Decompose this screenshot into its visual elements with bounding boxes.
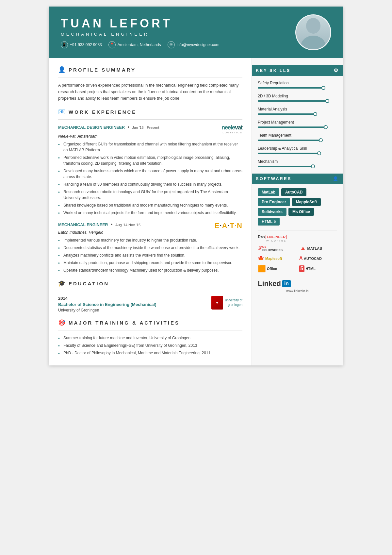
sw-name: DS SOLIDWORKS <box>262 245 283 252</box>
office-logo-item: 🟧 Office <box>258 265 296 273</box>
eaton-logo-area: E·A·T·N <box>215 222 242 230</box>
profile-icon: 👤 <box>58 66 65 73</box>
training-section-header: 🎯 MAJOR TRAINING & ACTIVITIES <box>58 319 242 326</box>
edu-school: University of Groningen <box>58 308 156 312</box>
bullet-item: Developed many business models which are… <box>58 168 242 180</box>
html5-badge: 5 <box>299 265 305 272</box>
skill-name: Material Analysis <box>258 107 337 111</box>
skill-project: Project Management <box>258 120 337 128</box>
linkedin-in-badge: in <box>282 280 291 287</box>
resume-header: TUAN LEFORT MECHANICAL ENGINEER 📱 +91-93… <box>49 7 343 58</box>
autocad-logo-item: A AUTOCAD <box>299 255 337 261</box>
header-text: TUAN LEFORT MECHANICAL ENGINEER 📱 +91-93… <box>61 17 295 48</box>
gear-icon: ⚙ <box>334 67 339 74</box>
edu-logo-area: ⚜ university ofgroningen <box>211 296 242 310</box>
autocad-text: AUTOCAD <box>304 257 322 261</box>
softwares-section-header: SOFTWARES 👤 <box>252 174 343 184</box>
sw-tag-solidworks: Solidworks <box>258 208 286 216</box>
job-2-title: MECHANICAL ENGINEER <box>58 223 108 227</box>
matlab-logo-item: 🔺 MATLAB <box>299 245 337 252</box>
skill-name: Mechanism <box>258 159 337 164</box>
uni-crest: ⚜ <box>211 296 223 310</box>
uni-name: university ofgroningen <box>225 298 242 307</box>
matlab-icon: 🔺 <box>299 245 306 252</box>
software-logos: Pro ENGINEER WILDFIRE 𝒮 DS SOLIDWORKS <box>258 230 337 273</box>
autocad-icon: A <box>299 256 303 261</box>
email-contact: ✉ info@mycvdesigner.com <box>168 41 220 48</box>
email-text: info@mycvdesigner.com <box>177 42 220 47</box>
bullet-item: Documented statistics of the machinery i… <box>58 245 242 251</box>
skill-team: Team Management <box>258 133 337 141</box>
svg-point-1 <box>301 36 326 49</box>
work-section-header: 📧 WORK EXPERIENCE <box>58 108 242 115</box>
ds-text: DS <box>262 245 283 248</box>
training-icon: 🎯 <box>58 319 65 326</box>
job-1-dates: Jan '16 - Present <box>132 126 159 129</box>
software-icon: 👤 <box>333 176 339 181</box>
skill-safety: Safety Regulation <box>258 81 337 89</box>
candidate-name: TUAN LEFORT <box>61 17 295 30</box>
bullet-item: Operate standard/modern technology Machi… <box>58 267 242 273</box>
work-icon: 📧 <box>58 108 65 115</box>
profile-summary-text: A performance driven experienced profess… <box>58 82 242 102</box>
job-2-bullets: Implemented various machinery for the in… <box>58 237 242 273</box>
pro-eng-logo-block: Pro ENGINEER WILDFIRE <box>258 234 287 242</box>
matlab-text: MATLAB <box>307 246 322 250</box>
profile-section-header: 👤 PROFILE SUMMARY <box>58 66 242 73</box>
skill-handle <box>313 112 317 116</box>
bullet-item: Analyzes machinery conflicts and assists… <box>58 252 242 258</box>
html5-logo-item: 5 HTML <box>299 265 337 273</box>
eng-text: ENGINEER <box>266 235 287 239</box>
job-1: MECHANICAL DESIGN ENGINEER • Jan '16 - P… <box>58 124 242 216</box>
skills-section-header: KEY SKILLS ⚙ <box>252 65 343 76</box>
pro-eng-name: Pro ENGINEER <box>258 234 287 239</box>
skill-handle <box>321 86 325 90</box>
neele-logo-area: neelevat LOGISTICS <box>221 124 242 134</box>
linkedin-logo-row: Linked in <box>258 279 337 288</box>
sw-tag-matlab: MatLab <box>258 188 279 196</box>
sw-tag-autocad: AutoCAD <box>281 188 306 196</box>
candidate-photo <box>295 14 331 50</box>
phone-icon: 📱 <box>61 41 68 48</box>
skill-bar <box>258 87 325 89</box>
linked-text: Linked <box>258 279 281 288</box>
job-1-header: MECHANICAL DESIGN ENGINEER • Jan '16 - P… <box>58 124 242 134</box>
softwares-title: SOFTWARES <box>256 176 291 181</box>
skill-name: Safety Regulation <box>258 81 337 85</box>
job-1-title: MECHANICAL DESIGN ENGINEER <box>58 125 125 130</box>
sw-tag-msoffice: Ms Office <box>288 208 314 216</box>
wildfire-text: WILDFIRE <box>266 239 286 242</box>
logo-grid: 𝒮 DS SOLIDWORKS 🔺 MATLAB 🍁 Ma <box>258 245 337 273</box>
html5-text: HTML <box>305 267 316 271</box>
job-2-company: Eaton Industries, Hengelo <box>58 230 242 235</box>
skill-handle <box>319 138 323 142</box>
skills-title: KEY SKILLS <box>256 68 290 73</box>
skill-name: 2D / 3D Modeling <box>258 94 337 98</box>
skill-modeling: 2D / 3D Modeling <box>258 94 337 102</box>
edu-degree: Bachelor of Science in Engineering (Mech… <box>58 302 156 307</box>
work-section-title: WORK EXPERIENCE <box>69 109 137 115</box>
training-item: Faculty of Science and Engineering(FSE) … <box>58 343 242 348</box>
skill-bar <box>258 126 328 128</box>
skill-handle <box>311 164 315 168</box>
sw-tag-proengineer: Pro Engineer <box>258 198 290 206</box>
bullet-item: Maintain daily production, purchase and … <box>58 260 242 266</box>
neele-sub: LOGISTICS <box>221 131 242 134</box>
phone-text: +91-933 092 9083 <box>70 42 102 47</box>
right-column: KEY SKILLS ⚙ Safety Regulation 2D / 3D M… <box>252 58 343 365</box>
skill-bar <box>258 153 321 154</box>
training-item: Summer training for future machine and i… <box>58 335 242 341</box>
skill-leadership: Leadership & Analytical Skill <box>258 146 337 154</box>
bullet-item: Organized different GUI's for transmissi… <box>58 141 242 153</box>
education-section-header: 🎓 EDUCATION <box>58 280 242 287</box>
skill-bar <box>258 100 329 102</box>
bullet-item: Shared knowledge based on traditional an… <box>58 202 242 208</box>
uni-logo-group: ⚜ university ofgroningen <box>211 296 242 310</box>
job-2-header: MECHANICAL ENGINEER • Aug '14 Nov '15 E·… <box>58 222 242 230</box>
skill-bar <box>258 166 315 167</box>
skill-bar <box>258 113 317 115</box>
skill-material: Material Analysis <box>258 107 337 115</box>
training-list: Summer training for future machine and i… <box>58 335 242 356</box>
skill-name: Team Management <box>258 133 337 138</box>
location-icon: 📍 <box>108 41 116 48</box>
